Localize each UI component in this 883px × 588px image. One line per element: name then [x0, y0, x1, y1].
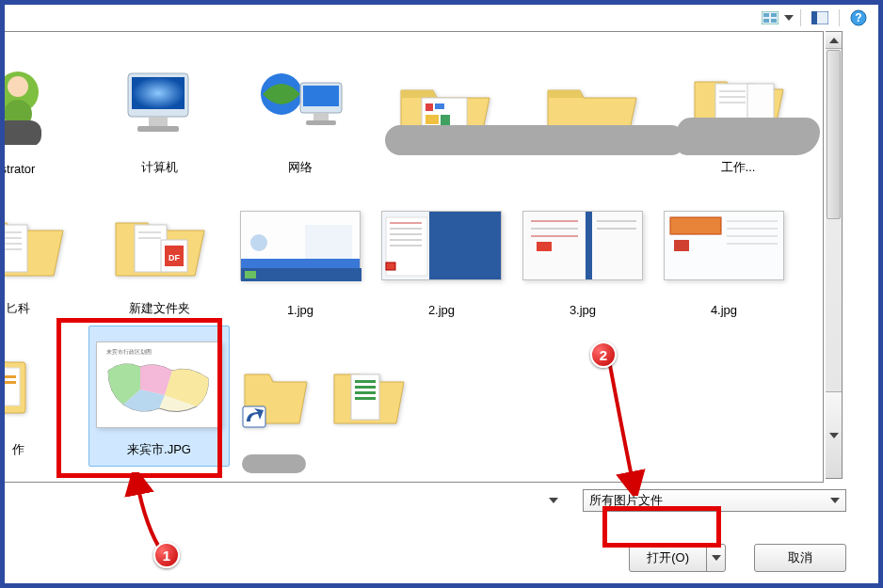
item-label: 新建文件夹	[129, 300, 190, 317]
file-item-2jpg[interactable]: 2.jpg	[371, 184, 512, 326]
folder-item[interactable]: 匕科	[0, 184, 88, 326]
dialog-toolbar: ?	[758, 5, 871, 31]
svg-rect-15	[132, 77, 185, 109]
folder-item-newfolder[interactable]: DF 新建文件夹	[88, 184, 230, 326]
svg-rect-77	[355, 380, 376, 383]
chevron-down-icon	[830, 498, 840, 503]
svg-rect-61	[670, 217, 721, 234]
svg-rect-4	[771, 19, 777, 23]
file-type-filter[interactable]: 所有图片文件	[583, 489, 846, 512]
svg-rect-21	[313, 113, 329, 120]
folder-item[interactable]: 作	[0, 326, 88, 467]
chevron-down-icon	[712, 555, 721, 561]
folder-item[interactable]	[371, 43, 518, 184]
item-label: 网络	[288, 159, 313, 176]
redaction-mark	[677, 118, 820, 155]
svg-text:?: ?	[855, 11, 861, 24]
cancel-button-label: 取消	[788, 549, 812, 566]
file-item-selected-map[interactable]: 来宾市行政区划图 来宾市.JPG	[88, 326, 230, 467]
item-label: 4.jpg	[711, 303, 737, 317]
svg-rect-75	[243, 406, 265, 427]
file-item-4jpg[interactable]: 4.jpg	[653, 184, 795, 326]
svg-rect-72	[0, 381, 16, 384]
annotation-callout-2: 2	[590, 342, 617, 368]
svg-rect-17	[137, 126, 179, 132]
file-item-1jpg[interactable]: 1.jpg	[230, 184, 371, 326]
svg-rect-44	[250, 234, 267, 251]
scroll-thumb[interactable]	[827, 50, 841, 219]
chevron-down-icon[interactable]	[784, 15, 794, 21]
svg-rect-24	[425, 103, 433, 111]
open-button-dropdown[interactable]	[706, 545, 725, 571]
svg-rect-22	[306, 120, 336, 125]
filter-label: 所有图片文件	[589, 492, 663, 509]
item-label: strator	[1, 162, 36, 176]
svg-rect-25	[435, 103, 444, 109]
svg-text:来宾市行政区划图: 来宾市行政区划图	[106, 348, 152, 355]
folder-shortcut-item[interactable]	[230, 326, 324, 467]
desktop-item-user[interactable]: strator	[0, 43, 88, 184]
svg-rect-80	[355, 397, 376, 400]
svg-rect-12	[0, 120, 41, 145]
item-label: 匕科	[6, 300, 30, 317]
folder-item[interactable]: 工作...	[665, 43, 811, 184]
svg-rect-71	[0, 375, 16, 378]
svg-rect-78	[355, 386, 376, 389]
svg-rect-63	[674, 240, 689, 251]
scroll-down-button[interactable]	[826, 391, 842, 478]
annotation-callout-1: 1	[153, 542, 180, 568]
vertical-scrollbar[interactable]	[826, 31, 843, 479]
svg-point-10	[8, 76, 28, 97]
svg-rect-20	[303, 86, 339, 106]
item-label: 工作...	[721, 159, 756, 176]
view-layout-button[interactable]	[758, 8, 782, 28]
file-item-3jpg[interactable]: 3.jpg	[512, 184, 653, 326]
folder-item[interactable]	[324, 326, 418, 467]
desktop-item-computer[interactable]: 计算机	[88, 43, 230, 184]
item-label: 来宾市.JPG	[127, 441, 191, 458]
svg-text:DF: DF	[169, 253, 180, 262]
item-label: 作	[12, 441, 24, 458]
svg-rect-79	[355, 391, 376, 394]
filename-field[interactable]	[0, 489, 568, 512]
svg-rect-16	[149, 117, 168, 126]
svg-rect-1	[763, 13, 769, 17]
svg-rect-26	[425, 115, 439, 124]
svg-rect-54	[386, 262, 395, 270]
redaction-mark	[242, 454, 306, 473]
desktop-item-network[interactable]: 网络	[230, 43, 371, 184]
svg-rect-6	[811, 11, 817, 24]
dialog-bottom-panel: 所有图片文件 打开(O) 取消	[0, 485, 846, 572]
svg-rect-58	[537, 242, 552, 251]
help-button[interactable]: ?	[846, 8, 871, 28]
file-list-pane[interactable]: strator 计算机 网络	[0, 31, 824, 483]
svg-rect-46	[241, 268, 361, 281]
open-button[interactable]: 打开(O)	[629, 544, 726, 572]
item-label: 1.jpg	[287, 303, 313, 317]
item-label: 3.jpg	[570, 303, 596, 317]
chevron-down-icon	[549, 498, 558, 503]
item-label: 2.jpg	[428, 303, 455, 317]
panel-toggle-button[interactable]	[808, 8, 832, 28]
scroll-up-button[interactable]	[826, 32, 842, 49]
open-button-label: 打开(O)	[630, 545, 706, 571]
svg-rect-3	[763, 19, 769, 23]
svg-rect-45	[305, 225, 352, 259]
svg-rect-47	[245, 271, 256, 278]
cancel-button[interactable]: 取消	[754, 544, 846, 572]
folder-item[interactable]	[518, 43, 665, 184]
redaction-mark	[385, 125, 686, 155]
item-label: 计算机	[141, 159, 178, 176]
svg-rect-70	[0, 368, 20, 405]
svg-rect-2	[771, 13, 777, 17]
